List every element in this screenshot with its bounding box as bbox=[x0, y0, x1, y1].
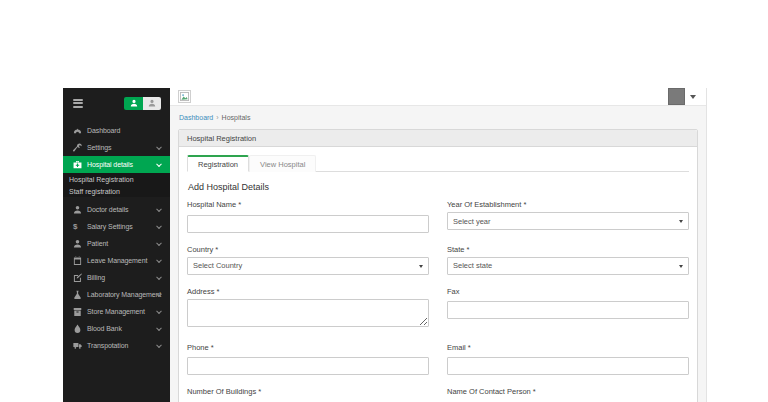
chevron-down-icon bbox=[156, 308, 162, 314]
edit-icon bbox=[73, 273, 87, 282]
truck-icon bbox=[73, 341, 87, 350]
sidebar-item-store-management[interactable]: Store Management bbox=[63, 303, 170, 320]
panel-title: Hospital Registration bbox=[179, 130, 697, 147]
form-heading: Add Hospital Details bbox=[188, 182, 689, 192]
chevron-down-icon bbox=[690, 95, 696, 99]
patient-icon bbox=[73, 239, 87, 248]
address-label: Address * bbox=[187, 287, 429, 296]
country-select-value: Select Country bbox=[193, 261, 242, 270]
sidebar-item-laboratory-management[interactable]: Laboratory Management bbox=[63, 286, 170, 303]
email-input[interactable] bbox=[447, 357, 689, 375]
sidebar-item-label: Patient bbox=[87, 240, 108, 247]
contact-person-label: Name Of Contact Person * bbox=[447, 387, 689, 396]
dollar-icon: $ bbox=[73, 223, 87, 231]
fax-input[interactable] bbox=[447, 301, 689, 319]
sidebar-item-dashboard[interactable]: Dashboard bbox=[63, 122, 170, 139]
medkit-icon bbox=[73, 160, 87, 169]
sidebar-item-salary-settings[interactable]: $ Salary Settings bbox=[63, 218, 170, 235]
tab-bar: Registration View Hospital bbox=[187, 155, 689, 172]
sidebar-top-bar bbox=[63, 88, 170, 118]
sidebar-subitem-hospital-registration[interactable]: Hospital Registration bbox=[63, 173, 170, 185]
chevron-down-icon bbox=[156, 274, 162, 280]
sidebar-item-hospital-details[interactable]: Hospital details bbox=[63, 156, 170, 173]
sidebar-item-label: Leave Management bbox=[87, 257, 147, 264]
drop-icon bbox=[73, 324, 87, 333]
sidebar-item-label: Laboratory Management bbox=[87, 291, 161, 298]
chevron-down-icon bbox=[156, 144, 162, 150]
dashboard-icon bbox=[73, 126, 87, 135]
menu-hamburger-icon[interactable] bbox=[73, 99, 83, 108]
chevron-down-icon bbox=[156, 223, 162, 229]
breadcrumb-separator: › bbox=[216, 114, 218, 121]
sidebar-submenu: Hospital Registration Staff registration bbox=[63, 173, 170, 197]
store-icon bbox=[73, 307, 87, 316]
page-canvas: Dashboard Settings Hospital details bbox=[0, 0, 768, 402]
form-row: Country * Select Country State * Select … bbox=[187, 245, 689, 275]
year-select[interactable]: Select year bbox=[447, 212, 689, 230]
phone-label: Phone * bbox=[187, 343, 429, 352]
breadcrumb-current: Hospitals bbox=[222, 114, 251, 121]
user-menu[interactable] bbox=[668, 88, 696, 105]
country-select[interactable]: Select Country bbox=[187, 257, 429, 275]
sidebar: Dashboard Settings Hospital details bbox=[63, 88, 170, 402]
fax-label: Fax bbox=[447, 287, 689, 296]
sidebar-item-patient[interactable]: Patient bbox=[63, 235, 170, 252]
user-icon bbox=[124, 97, 143, 110]
form-row: Phone * Email * bbox=[187, 343, 689, 376]
sidebar-item-label: Transpotation bbox=[87, 342, 128, 349]
sidebar-item-doctor-details[interactable]: Doctor details bbox=[63, 201, 170, 218]
app-screenshot: Dashboard Settings Hospital details bbox=[63, 88, 707, 402]
phone-input[interactable] bbox=[187, 357, 429, 375]
select-caret-icon bbox=[679, 265, 683, 268]
address-textarea[interactable] bbox=[187, 299, 429, 327]
sidebar-item-billing[interactable]: Billing bbox=[63, 269, 170, 286]
year-label: Year Of Establishment * bbox=[447, 200, 689, 209]
tab-registration[interactable]: Registration bbox=[187, 155, 249, 172]
select-caret-icon bbox=[679, 220, 683, 223]
buildings-label: Number Of Buildings * bbox=[187, 387, 429, 396]
chevron-down-icon bbox=[156, 161, 162, 167]
country-label: Country * bbox=[187, 245, 429, 254]
sidebar-item-label: Billing bbox=[87, 274, 105, 281]
year-select-value: Select year bbox=[453, 217, 491, 226]
wrench-icon bbox=[73, 143, 87, 152]
email-label: Email * bbox=[447, 343, 689, 352]
tab-view-hospital[interactable]: View Hospital bbox=[249, 155, 316, 172]
sidebar-item-label: Hospital details bbox=[87, 161, 133, 168]
breadcrumb-link-dashboard[interactable]: Dashboard bbox=[179, 114, 213, 121]
sidebar-item-leave-management[interactable]: Leave Management bbox=[63, 252, 170, 269]
page-body: Dashboard›Hospitals Hospital Registratio… bbox=[170, 106, 706, 402]
user-secondary-icon bbox=[143, 97, 161, 110]
sidebar-subitem-staff-registration[interactable]: Staff registration bbox=[63, 185, 170, 197]
sidebar-item-label: Store Management bbox=[87, 308, 145, 315]
chevron-down-icon bbox=[156, 342, 162, 348]
doctor-icon bbox=[73, 205, 87, 214]
calendar-icon bbox=[73, 256, 87, 265]
sidebar-item-label: Salary Settings bbox=[87, 223, 133, 230]
state-select[interactable]: Select state bbox=[447, 257, 689, 275]
sidebar-item-label: Doctor details bbox=[87, 206, 128, 213]
sidebar-item-label: Dashboard bbox=[87, 127, 120, 134]
chevron-down-icon bbox=[156, 325, 162, 331]
sidebar-subitem-label: Staff registration bbox=[69, 188, 120, 195]
state-label: State * bbox=[447, 245, 689, 254]
chevron-down-icon bbox=[156, 257, 162, 263]
form-row: Address * Fax bbox=[187, 287, 689, 331]
flask-icon bbox=[73, 290, 87, 299]
hospital-registration-panel: Hospital Registration Registration View … bbox=[178, 129, 698, 402]
select-caret-icon bbox=[419, 265, 423, 268]
sidebar-item-blood-bank[interactable]: Blood Bank bbox=[63, 320, 170, 337]
sidebar-item-label: Settings bbox=[87, 144, 112, 151]
state-select-value: Select state bbox=[453, 261, 492, 270]
breadcrumb: Dashboard›Hospitals bbox=[179, 114, 698, 121]
sidebar-item-settings[interactable]: Settings bbox=[63, 139, 170, 156]
user-mode-toggle[interactable] bbox=[124, 97, 161, 110]
sidebar-item-label: Blood Bank bbox=[87, 325, 122, 332]
main-content: Dashboard›Hospitals Hospital Registratio… bbox=[170, 88, 706, 402]
hospital-name-input[interactable] bbox=[187, 215, 429, 233]
top-navbar bbox=[170, 88, 706, 106]
sidebar-item-transpotation[interactable]: Transpotation bbox=[63, 337, 170, 354]
chevron-down-icon bbox=[156, 206, 162, 212]
panel-body: Registration View Hospital Add Hospital … bbox=[179, 147, 697, 402]
sidebar-subitem-label: Hospital Registration bbox=[69, 176, 134, 183]
